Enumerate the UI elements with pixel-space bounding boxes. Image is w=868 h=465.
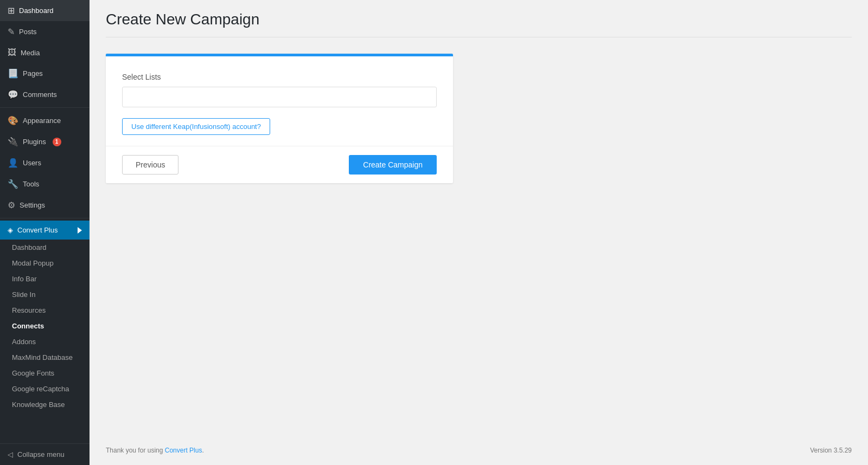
sidebar-item-tools[interactable]: 🔧 Tools: [0, 173, 90, 195]
previous-button[interactable]: Previous: [122, 155, 178, 175]
comments-icon: 💬: [8, 89, 18, 100]
sidebar-item-appearance[interactable]: 🎨 Appearance: [0, 110, 90, 131]
sidebar-sub-menu: Dashboard Modal Popup Info Bar Slide In …: [0, 240, 90, 412]
convert-plus-left: ◈ Convert Plus: [8, 226, 58, 234]
sidebar-item-users[interactable]: 👤 Users: [0, 152, 90, 173]
sidebar-item-cp-info-bar[interactable]: Info Bar: [0, 271, 90, 287]
sidebar-item-posts[interactable]: ✎ Posts: [0, 21, 90, 42]
sidebar-item-cp-addons[interactable]: Addons: [0, 334, 90, 350]
convert-plus-link[interactable]: Convert Plus: [165, 447, 202, 454]
sidebar-convert-plus[interactable]: ◈ Convert Plus: [0, 221, 90, 240]
page-footer: Thank you for using Convert Plus. Versio…: [106, 430, 852, 454]
sidebar-item-cp-slide-in[interactable]: Slide In: [0, 287, 90, 302]
sidebar-item-dashboard[interactable]: ⊞ Dashboard: [0, 0, 90, 21]
dashboard-icon: ⊞: [8, 5, 15, 16]
sidebar-item-settings[interactable]: ⚙ Settings: [0, 195, 90, 216]
page-title: Create New Campaign: [106, 11, 852, 28]
card-body: Select Lists Use different Keap(Infusion…: [106, 56, 453, 146]
convert-plus-icon: ◈: [8, 226, 13, 234]
tools-icon: 🔧: [8, 179, 18, 189]
plugins-icon: 🔌: [8, 137, 18, 147]
sidebar-item-cp-recaptcha[interactable]: Google reCaptcha: [0, 381, 90, 397]
card-footer: Previous Create Campaign: [106, 146, 453, 183]
select-lists-input[interactable]: [122, 87, 437, 107]
select-lists-label: Select Lists: [122, 73, 437, 81]
convert-plus-arrow: [78, 227, 82, 234]
collapse-icon: ◁: [8, 450, 13, 458]
sidebar-item-cp-maxmind[interactable]: MaxMind Database: [0, 350, 90, 365]
pages-icon: 📃: [8, 68, 18, 79]
users-icon: 👤: [8, 158, 18, 168]
sidebar-item-media[interactable]: 🖼 Media: [0, 42, 90, 63]
sidebar-top-nav: ⊞ Dashboard ✎ Posts 🖼 Media 📃 Pages 💬 Co…: [0, 0, 90, 221]
sidebar-item-cp-connects[interactable]: Connects: [0, 318, 90, 334]
sidebar-divider-2: [0, 218, 90, 218]
convert-plus-label: Convert Plus: [17, 226, 58, 234]
appearance-icon: 🎨: [8, 115, 18, 126]
media-icon: 🖼: [8, 48, 16, 57]
sidebar-divider-1: [0, 107, 90, 108]
sidebar-item-cp-resources[interactable]: Resources: [0, 302, 90, 318]
plugins-badge: 1: [53, 138, 61, 146]
sidebar-item-cp-google-fonts[interactable]: Google Fonts: [0, 365, 90, 381]
sidebar-item-pages[interactable]: 📃 Pages: [0, 63, 90, 84]
collapse-menu-button[interactable]: ◁ Collapse menu: [0, 443, 90, 465]
campaign-card: Select Lists Use different Keap(Infusion…: [106, 54, 453, 183]
different-account-button[interactable]: Use different Keap(Infusionsoft) account…: [122, 118, 270, 135]
sidebar-item-cp-knowledge-base[interactable]: Knowledge Base: [0, 397, 90, 412]
settings-icon: ⚙: [8, 200, 15, 210]
create-campaign-button[interactable]: Create Campaign: [349, 155, 437, 175]
posts-icon: ✎: [8, 27, 15, 37]
footer-version: Version 3.5.29: [810, 447, 852, 454]
sidebar: ⊞ Dashboard ✎ Posts 🖼 Media 📃 Pages 💬 Co…: [0, 0, 90, 465]
sidebar-item-cp-dashboard[interactable]: Dashboard: [0, 240, 90, 255]
sidebar-item-plugins[interactable]: 🔌 Plugins 1: [0, 131, 90, 152]
sidebar-item-cp-modal-popup[interactable]: Modal Popup: [0, 255, 90, 271]
page-divider: [106, 37, 852, 37]
sidebar-item-comments[interactable]: 💬 Comments: [0, 84, 90, 105]
footer-thank-you: Thank you for using Convert Plus.: [106, 447, 204, 454]
main-content: Create New Campaign Select Lists Use dif…: [90, 0, 868, 465]
